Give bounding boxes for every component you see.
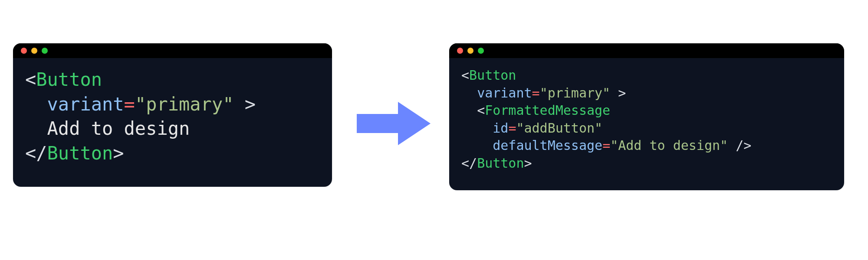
punct: > [113,143,124,164]
traffic-light-close-icon [457,48,463,54]
jsx-attr: variant [477,85,532,101]
traffic-light-zoom-icon [42,48,48,54]
arrow-right-icon [357,98,431,150]
string: "Add to design" [610,138,728,153]
string: "addButton" [516,120,602,136]
punct: > [524,156,532,171]
jsx-attr: defaultMessage [493,138,602,153]
equals: = [508,120,516,136]
traffic-light-zoom-icon [478,48,484,54]
string: "primary" [540,85,611,101]
code-window-after: <Button variant="primary" > <FormattedMe… [449,43,844,190]
jsx-tag: Button [47,143,113,164]
equals: = [602,138,610,153]
traffic-light-close-icon [21,48,27,54]
punct: /> [728,138,751,153]
jsx-text: Add to design [47,118,190,139]
punct: > [233,94,256,115]
punct: < [461,68,469,83]
jsx-attr: variant [47,94,124,115]
punct: </ [25,143,47,164]
traffic-light-minimize-icon [467,48,473,54]
jsx-attr: id [493,120,508,136]
punct: < [477,103,485,118]
window-titlebar [449,43,844,58]
jsx-tag: FormattedMessage [485,103,610,118]
code-window-before: <Button variant="primary" > Add to desig… [13,43,332,187]
punct: </ [461,156,477,171]
svg-marker-0 [357,102,431,145]
equals: = [532,85,540,101]
punct: < [25,69,36,90]
window-titlebar [13,43,332,58]
equals: = [124,94,135,115]
code-block-before: <Button variant="primary" > Add to desig… [13,58,332,187]
string: "primary" [135,94,234,115]
diagram-stage: <Button variant="primary" > Add to desig… [0,0,868,260]
punct: > [610,85,626,101]
traffic-light-minimize-icon [31,48,37,54]
code-block-after: <Button variant="primary" > <FormattedMe… [449,58,844,190]
jsx-tag: Button [477,156,524,171]
jsx-tag: Button [469,68,516,83]
jsx-tag: Button [36,69,102,90]
